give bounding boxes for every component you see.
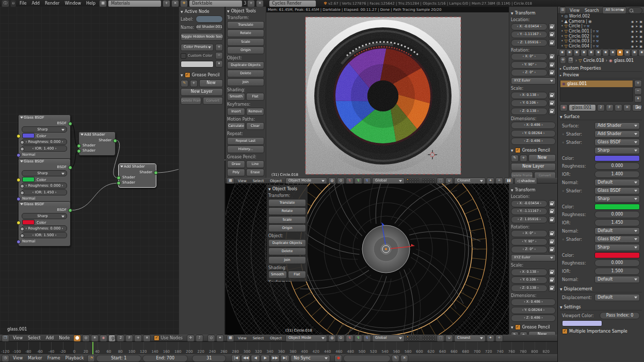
socket-l[interactable] [77,144,81,148]
menu-window[interactable]: Window [62,1,84,6]
shelf-button-clear[interactable]: Clear [246,122,264,130]
parent-node-icon[interactable]: ⤴ [196,335,203,342]
add-layout-button[interactable]: + [163,0,170,7]
transform-field[interactable]: ‹ Y: 90° › [511,238,548,245]
outliner-row-circle[interactable]: •▽Circle|▿⚒◉➤▣ [558,24,644,29]
grease-pencil-checkbox[interactable]: ✓ [515,147,521,153]
euler-select[interactable]: XYZ Euler [511,77,556,85]
lock-icon[interactable] [549,92,556,99]
transform-field[interactable]: ‹ Z: 0.138 › [511,285,548,292]
socket-l[interactable] [20,140,24,144]
transform-field[interactable]: ‹ X: 0.486 › [511,122,556,129]
euler-select[interactable]: XYZ Euler [511,254,556,261]
active-node-panel-title[interactable]: Active Node [185,9,210,14]
play-button[interactable]: ▶ [261,355,270,362]
layer-cell[interactable] [412,181,414,183]
menu-add[interactable]: Add [29,1,42,6]
snap-magnet-icon[interactable]: ∪ [445,335,453,342]
node-header[interactable]: Glass BSDF [19,202,70,207]
shelf-button-scale[interactable]: Scale [227,38,264,46]
layer-cell[interactable] [414,336,416,338]
pencil-icon[interactable]: ✎ [181,80,188,87]
color-swatch[interactable] [22,177,35,182]
shader-select[interactable]: Glass BSDF [594,187,640,194]
socket-l[interactable] [17,221,21,225]
shelf-button-repeat-last[interactable]: Repeat Last [227,137,264,145]
viewport-menu-select[interactable]: Select [250,179,267,183]
lock-icon[interactable] [549,246,556,253]
layer-cell[interactable] [422,338,424,340]
pencil-icon[interactable]: ✎ [511,332,519,335]
material-slot-item[interactable]: ◉ glass.001 [560,80,633,87]
pin-id-icon[interactable]: ✛ [560,57,566,64]
shader-context-object-icon[interactable]: ⬤ [73,335,81,342]
layer-cell[interactable] [425,338,427,340]
shelf-button-scale[interactable]: Scale [268,216,306,224]
layer-cell[interactable] [427,338,429,340]
selectable-arrow-icon[interactable]: ➤ [635,24,638,28]
layer-cell[interactable] [407,181,409,183]
selectable-arrow-icon[interactable]: ➤ [635,39,638,43]
tab-texture[interactable]: ▪ [624,49,631,56]
color-swatch[interactable] [22,220,35,225]
node-editor[interactable]: Glass BSDFBSDFSharpColor‹ Roughness: 0.0… [0,7,226,335]
layer-cell[interactable] [422,178,424,180]
transform-field[interactable]: ‹ Y: 90° › [511,61,548,69]
manipulator-rotate-icon[interactable]: ↯ [355,335,362,342]
add-scene-button[interactable]: + [247,0,255,7]
scene-select[interactable]: Darktable [189,0,243,7]
preview-panel[interactable]: Preview [563,73,579,77]
manipulator-scale-icon[interactable]: ↯ [363,335,371,342]
shelf-button-calculate[interactable]: Calculate [227,122,245,130]
renderable-camera-icon[interactable]: ▣ [639,35,642,38]
transform-field[interactable]: ‹ Z: 1.05916 › [511,216,548,223]
node-name-field[interactable]: dd Shader.001 [196,24,223,31]
socket-l[interactable] [20,184,24,188]
layer-cell[interactable] [432,178,434,180]
tool-shelf-title[interactable]: ▼Object Tools [268,186,306,192]
layer-cell[interactable] [430,338,432,340]
node-glass-bsdf[interactable]: Glass BSDFBSDFSharpColor‹ Roughness: 0.0… [18,201,71,246]
sync-mode-select[interactable]: No Sync [291,355,330,362]
color-presets-select[interactable]: Color Presets [181,44,214,51]
shelf-button-poly[interactable]: Poly [227,169,245,176]
node-add-shader[interactable]: Add ShaderShaderShaderShader [118,163,156,188]
shader-select[interactable]: Glass BSDF [594,139,640,146]
layer-cell[interactable] [417,178,419,180]
socket-l[interactable] [20,191,24,195]
socket-l[interactable] [17,197,21,201]
current-frame-field[interactable]: 31 [192,355,226,362]
transform-field[interactable]: ‹ Y: 0.08264 › [511,130,556,137]
layer-cell[interactable] [427,181,429,183]
new-material-button[interactable]: + [615,104,622,111]
insert-keyframe-icon[interactable]: ✎ [392,355,399,362]
layer-cell[interactable] [414,181,416,183]
lock-icon[interactable] [549,208,556,215]
shader-select[interactable]: Glass BSDF [594,236,640,243]
layer-cell[interactable] [422,181,424,183]
screen-layout-select[interactable]: Materials [108,0,162,7]
pin-icon[interactable]: ✛ [187,335,195,342]
node-glass-bsdf[interactable]: Glass BSDFBSDFSharpColor‹ Roughness: 0.0… [18,114,71,160]
transform-field[interactable]: ‹ Y: 0.106 › [511,100,548,107]
new-material-button[interactable]: + [134,335,142,342]
fake-user-button[interactable]: F [125,335,133,342]
layer-cell[interactable] [417,181,419,183]
normal-select[interactable]: Default [594,227,640,235]
all-scenes-select[interactable]: All Scenes [602,7,626,14]
orientation-select[interactable]: Global [372,335,405,342]
node-label-field[interactable] [196,15,223,23]
lock-icon[interactable] [549,53,556,60]
material-slot-list[interactable]: ◉ glass.001 [560,80,633,102]
delete-scene-button[interactable]: ✕ [256,0,264,7]
visibility-eye-icon[interactable]: ◉ [631,35,634,38]
distribution-select[interactable]: Sharp [594,195,640,203]
shelf-button-flat[interactable]: Flat [288,271,307,278]
layer-cell[interactable] [427,336,429,338]
lock-icon[interactable] [549,23,556,30]
outliner-item-name[interactable]: Circle.002 [569,34,589,39]
renderable-camera-icon[interactable]: ▣ [639,24,642,28]
transform-field[interactable]: ‹ Z: 0.138 › [511,108,548,115]
socket-l[interactable] [17,240,21,244]
gp-new-layer-button[interactable]: New Layer [511,163,556,171]
